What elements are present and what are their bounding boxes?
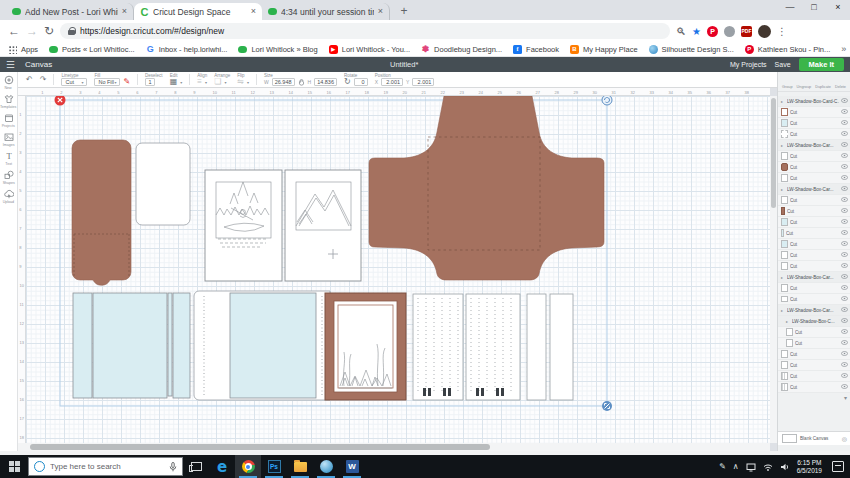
- group-expand-icon[interactable]: ▸: [781, 275, 785, 280]
- eye-icon[interactable]: [841, 307, 848, 312]
- browser-tab[interactable]: CCricut Design Space×: [134, 3, 262, 20]
- speaker-tray-icon[interactable]: [780, 462, 790, 472]
- layer-row[interactable]: Cut: [778, 129, 850, 140]
- url-field[interactable]: https://design.cricut.com/#/design/new: [60, 23, 670, 39]
- sidebar-item-templates[interactable]: Templates: [0, 94, 18, 109]
- eye-icon[interactable]: [841, 153, 848, 158]
- layer-visibility[interactable]: [841, 219, 848, 225]
- rotate-input[interactable]: 0: [354, 78, 368, 86]
- eye-icon[interactable]: [841, 164, 848, 169]
- eye-icon[interactable]: [841, 230, 848, 235]
- forward-icon[interactable]: →: [26, 24, 38, 38]
- layers-action-duplicate[interactable]: Duplicate: [815, 85, 831, 89]
- mountain-scene-card-shape[interactable]: [285, 170, 361, 281]
- rotate-handle[interactable]: [602, 96, 612, 105]
- eye-icon[interactable]: [841, 142, 848, 147]
- eye-icon[interactable]: [841, 98, 848, 103]
- profile-avatar[interactable]: [758, 25, 771, 38]
- group-expand-icon[interactable]: ▸: [781, 308, 785, 313]
- layer-row[interactable]: Cut: [778, 360, 850, 371]
- eye-icon[interactable]: [841, 285, 848, 290]
- extension-icon[interactable]: [724, 26, 735, 37]
- group-expand-icon[interactable]: ▸: [781, 99, 785, 104]
- layer-visibility[interactable]: [841, 362, 848, 368]
- layer-row[interactable]: Cut: [778, 228, 850, 239]
- eye-icon[interactable]: [841, 219, 848, 224]
- canvas-menu-label[interactable]: Canvas: [25, 60, 52, 69]
- sidebar-item-projects[interactable]: Projects: [0, 113, 18, 128]
- eye-icon[interactable]: [841, 208, 848, 213]
- microphone-icon[interactable]: [169, 462, 177, 472]
- pdf-extension-icon[interactable]: PDF: [741, 26, 752, 37]
- eye-icon[interactable]: [841, 109, 848, 114]
- word-taskbar-button[interactable]: W: [339, 455, 365, 478]
- bookmark-star-icon[interactable]: ★: [692, 26, 701, 37]
- blue-panels-shape[interactable]: [73, 293, 190, 398]
- taskbar-search-input[interactable]: Type here to search: [28, 457, 183, 476]
- layer-visibility[interactable]: [841, 120, 848, 126]
- layer-visibility[interactable]: [841, 263, 848, 269]
- eye-icon[interactable]: [841, 373, 848, 378]
- layer-visibility[interactable]: [841, 153, 848, 159]
- layer-row[interactable]: Cut: [778, 338, 850, 349]
- layer-visibility[interactable]: [841, 329, 848, 335]
- chevron-up-icon[interactable]: ∧: [733, 462, 739, 471]
- layer-row[interactable]: Cut: [778, 261, 850, 272]
- eye-icon[interactable]: [841, 197, 848, 202]
- bookmark-item[interactable]: ✽Doodlebug Design...: [421, 45, 502, 54]
- narrow-panels-shape[interactable]: [527, 294, 573, 400]
- stitch-panel-1-shape[interactable]: [413, 294, 463, 400]
- browser-menu-icon[interactable]: ⋮: [777, 26, 787, 37]
- canoe-scene-card-shape[interactable]: [205, 170, 282, 281]
- wifi-tray-icon[interactable]: [763, 462, 773, 472]
- layer-row[interactable]: Cut: [778, 327, 850, 338]
- edit-icon[interactable]: ▦: [170, 78, 178, 86]
- layer-visibility[interactable]: [841, 98, 848, 104]
- layers-action-delete[interactable]: Delete: [835, 85, 846, 89]
- eye-icon[interactable]: [841, 175, 848, 180]
- tab-close-icon[interactable]: ×: [378, 7, 383, 16]
- layer-row[interactable]: Cut: [778, 107, 850, 118]
- layer-visibility[interactable]: [841, 131, 848, 137]
- design-canvas[interactable]: [26, 96, 770, 443]
- layer-visibility[interactable]: [841, 186, 848, 192]
- vertical-scrollbar[interactable]: [770, 96, 777, 443]
- horizontal-scrollbar-thumb[interactable]: [30, 444, 490, 450]
- vertical-scrollbar-thumb[interactable]: [771, 98, 776, 208]
- linetype-select[interactable]: Cut▾: [61, 78, 87, 86]
- eye-icon[interactable]: [841, 384, 848, 389]
- chrome-taskbar-button[interactable]: [235, 455, 261, 478]
- file-explorer-taskbar-button[interactable]: [287, 455, 313, 478]
- eye-icon[interactable]: [841, 318, 848, 323]
- layer-row[interactable]: Cut: [778, 283, 850, 294]
- layer-row[interactable]: Cut: [778, 217, 850, 228]
- width-input[interactable]: 26.948: [272, 78, 295, 86]
- eye-icon[interactable]: [841, 120, 848, 125]
- pen-tray-icon[interactable]: ✎: [719, 462, 726, 471]
- bookmarks-overflow-icon[interactable]: »: [841, 44, 846, 54]
- layer-group-row[interactable]: ▸LW-Shadow-Box-C...: [778, 316, 850, 327]
- layer-row[interactable]: Cut: [778, 151, 850, 162]
- sidebar-item-new[interactable]: New: [0, 75, 18, 90]
- layer-visibility[interactable]: [841, 285, 848, 291]
- delete-handle[interactable]: [55, 96, 66, 106]
- save-link[interactable]: Save: [775, 61, 791, 68]
- undo-icon[interactable]: ↶: [26, 76, 33, 84]
- bookmark-item[interactable]: Apps: [8, 45, 38, 54]
- redo-icon[interactable]: ↷: [40, 76, 47, 84]
- lock-aspect-icon[interactable]: [298, 78, 305, 86]
- layer-visibility[interactable]: [841, 197, 848, 203]
- photoshop-taskbar-button[interactable]: Ps: [261, 455, 287, 478]
- eye-icon[interactable]: [841, 329, 848, 334]
- layer-row[interactable]: Cut: [778, 162, 850, 173]
- envelope-template-shape[interactable]: [72, 140, 131, 285]
- layer-group-row[interactable]: ▸LW-Shadow-Box-Car...: [778, 140, 850, 151]
- action-center-icon[interactable]: [832, 461, 844, 472]
- layer-row[interactable]: Cut: [778, 349, 850, 360]
- layer-visibility[interactable]: [841, 351, 848, 357]
- sidebar-item-text[interactable]: TText: [0, 151, 18, 166]
- task-view-button[interactable]: [183, 455, 209, 478]
- bookmark-item[interactable]: PKathleen Skou - Pin...: [745, 45, 831, 54]
- layer-visibility[interactable]: [841, 373, 848, 379]
- layer-visibility[interactable]: [841, 208, 848, 214]
